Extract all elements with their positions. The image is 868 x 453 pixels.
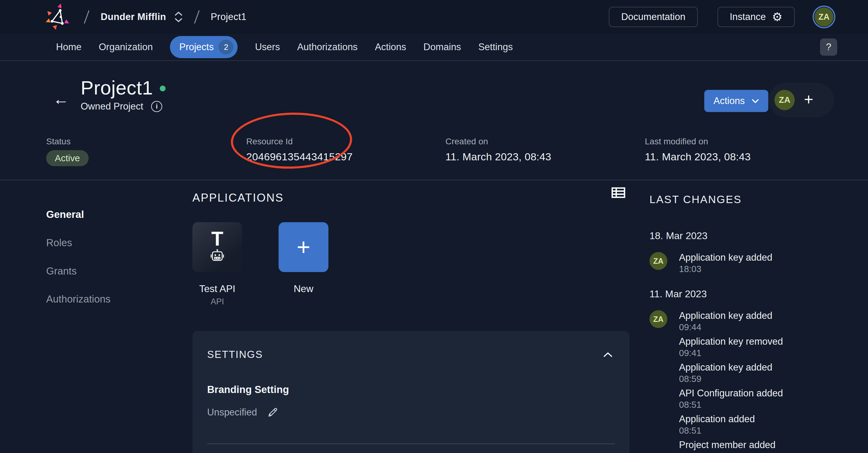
tab-settings[interactable]: Settings: [478, 41, 513, 53]
project-header: Project1 Owned Project i: [81, 77, 165, 112]
entry-time: 09:41: [679, 348, 783, 358]
project-subtitle: Owned Project: [81, 101, 143, 112]
status-label: Status: [46, 137, 89, 147]
entry-time: 08:59: [679, 374, 772, 384]
tab-authorizations[interactable]: Authorizations: [297, 41, 358, 53]
last-modified-value: 11. March 2023, 08:43: [645, 151, 751, 163]
entry-title: API Configuration added: [679, 388, 783, 399]
zitadel-logo-icon[interactable]: [45, 3, 73, 30]
meta-modified: Last modified on 11. March 2023, 08:43: [645, 137, 751, 163]
entry-title: Project member added: [679, 440, 776, 451]
add-member-button[interactable]: +: [804, 91, 813, 109]
entry-time: 08:43: [679, 451, 776, 453]
user-avatar[interactable]: ZA: [814, 7, 834, 27]
change-date: 18. Mar 2023: [649, 230, 865, 241]
project-active-dot-icon: [160, 86, 165, 91]
change-date: 11. Mar 2023: [649, 288, 865, 300]
resource-id-value: 204696135443415297: [246, 151, 353, 163]
change-entry: Project member added 08:43: [649, 440, 865, 453]
tab-home[interactable]: Home: [56, 41, 82, 53]
top-toolbar: Dunder Mifflin Project1 Documentation In…: [0, 0, 868, 34]
info-icon[interactable]: i: [151, 101, 162, 112]
zitadel-console: Dunder Mifflin Project1 Documentation In…: [0, 0, 868, 453]
collapse-button[interactable]: [601, 350, 615, 359]
entry-title: Application key added: [679, 362, 772, 373]
entry-time: 08:51: [679, 426, 755, 436]
entry-title: Application key removed: [679, 336, 783, 347]
edit-branding-button[interactable]: [267, 407, 279, 418]
actions-dropdown-button[interactable]: Actions: [704, 90, 768, 112]
change-entry: ZA Application key added 09:44: [649, 310, 865, 332]
app-initial: T: [211, 229, 223, 249]
entry-time: 18:03: [679, 264, 772, 274]
settings-heading: SETTINGS: [207, 349, 263, 360]
help-button[interactable]: ?: [820, 38, 837, 56]
tab-actions[interactable]: Actions: [375, 41, 406, 53]
branding-setting-label: Branding Setting: [207, 384, 615, 395]
created-on-value: 11. March 2023, 08:43: [445, 151, 551, 163]
section-divider: [0, 180, 868, 180]
status-badge: Active: [46, 150, 89, 166]
sidebar-item-authorizations[interactable]: Authorizations: [46, 293, 111, 305]
tab-projects-active[interactable]: Projects 2: [170, 36, 238, 58]
page-title: Project1: [81, 77, 153, 98]
application-card-col: T Test API API: [192, 222, 242, 306]
breadcrumb-project[interactable]: Project1: [211, 11, 247, 23]
documentation-label: Documentation: [621, 11, 685, 23]
tab-projects-label: Projects: [179, 41, 214, 53]
change-entry: API Configuration added 08:51: [649, 388, 865, 410]
entry-title: Application key added: [679, 310, 772, 321]
table-view-icon[interactable]: [611, 187, 625, 199]
new-application-card-col: + New: [279, 222, 329, 306]
entry-time: 09:44: [679, 322, 772, 332]
pencil-icon: [267, 407, 279, 418]
instance-button[interactable]: Instance ⚙: [717, 7, 795, 27]
breadcrumb-separator: [194, 10, 200, 24]
change-entry: ZA Application key added 18:03: [649, 252, 865, 274]
change-entry: Application key added 08:59: [649, 362, 865, 384]
new-app-label: New: [293, 283, 313, 294]
meta-created: Created on 11. March 2023, 08:43: [445, 137, 551, 163]
tab-domains[interactable]: Domains: [424, 41, 461, 53]
tab-organization[interactable]: Organization: [99, 41, 153, 53]
new-app-card[interactable]: +: [279, 222, 329, 272]
org-switcher-unfold-icon[interactable]: [174, 11, 183, 23]
toolbar-actions: Documentation Instance ⚙ ZA: [609, 7, 834, 27]
actions-label: Actions: [713, 95, 745, 106]
projects-count-badge: 2: [219, 40, 233, 55]
settings-card: SETTINGS Branding Setting Unspecified As…: [192, 331, 629, 453]
sidebar-item-general[interactable]: General: [46, 209, 84, 220]
applications-heading: APPLICATIONS: [192, 191, 284, 204]
branding-setting-value: Unspecified: [207, 407, 257, 418]
member-avatar[interactable]: ZA: [774, 90, 795, 110]
entry-avatar: ZA: [649, 310, 667, 328]
breadcrumb-org[interactable]: Dunder Mifflin: [101, 11, 166, 23]
breadcrumb-separator: [84, 10, 90, 24]
robot-icon: [210, 249, 225, 263]
entry-title: Application key added: [679, 252, 772, 263]
documentation-button[interactable]: Documentation: [609, 7, 698, 27]
app-type: API: [211, 297, 224, 306]
created-on-label: Created on: [445, 137, 551, 147]
application-cards: T Test API API +: [192, 222, 329, 306]
gear-icon: ⚙: [772, 11, 782, 23]
chevron-down-icon: [752, 99, 759, 103]
last-changes-heading: LAST CHANGES: [649, 193, 865, 205]
back-button[interactable]: ←: [53, 91, 69, 107]
change-entry: Application added 08:51: [649, 414, 865, 436]
sidebar-item-grants[interactable]: Grants: [46, 265, 76, 277]
project-members-pill: ZA +: [769, 83, 834, 118]
instance-label: Instance: [730, 11, 766, 23]
resource-id-label: Resource Id: [246, 137, 353, 147]
tab-users[interactable]: Users: [255, 41, 280, 53]
entry-title: Application added: [679, 414, 755, 425]
settings-divider: [207, 444, 615, 444]
app-card-test-api[interactable]: T: [192, 222, 242, 272]
entry-avatar: ZA: [649, 252, 667, 270]
last-changes-panel: LAST CHANGES 18. Mar 2023 ZA Application…: [649, 193, 865, 453]
org-nav-tabs: Home Organization Projects 2 Users Autho…: [0, 34, 868, 61]
change-entry: Application key removed 09:41: [649, 336, 865, 358]
plus-icon: +: [297, 235, 310, 259]
sidebar-item-roles[interactable]: Roles: [46, 237, 72, 249]
meta-resource-id: Resource Id 204696135443415297: [246, 137, 353, 163]
